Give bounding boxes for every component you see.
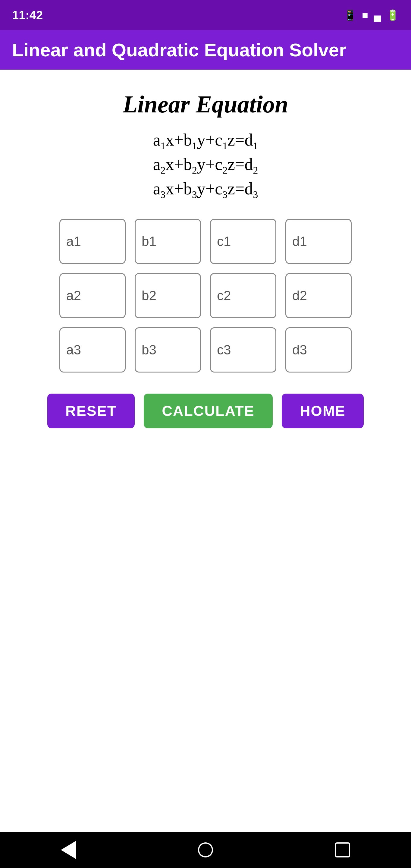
c2-input[interactable]	[210, 273, 276, 318]
nav-bar	[0, 832, 411, 868]
d2-input[interactable]	[285, 273, 352, 318]
c3-input[interactable]	[210, 327, 276, 373]
back-icon	[61, 841, 76, 859]
home-button[interactable]: HOME	[282, 394, 364, 428]
signal-icon: ▄	[374, 9, 381, 21]
d1-input[interactable]	[285, 219, 352, 264]
battery-icon: 🔋	[386, 9, 399, 21]
input-grid	[40, 219, 371, 373]
section-title: Linear Equation	[123, 91, 288, 118]
buttons-row: RESET CALCULATE HOME	[47, 394, 364, 428]
a1-input[interactable]	[59, 219, 126, 264]
back-button[interactable]	[59, 841, 77, 859]
recents-icon	[335, 842, 350, 858]
input-row-2	[40, 273, 371, 318]
sim-icon: 📱	[344, 9, 356, 21]
c1-input[interactable]	[210, 219, 276, 264]
a2-input[interactable]	[59, 273, 126, 318]
input-row-1	[40, 219, 371, 264]
status-icons: 📱 ■ ▄ 🔋	[344, 9, 399, 21]
equation-line-3: a3x+b3y+c3z=d3	[153, 179, 258, 200]
input-row-3	[40, 327, 371, 373]
home-nav-button[interactable]	[196, 841, 215, 859]
equation-line-2: a2x+b2y+c2z=d2	[153, 155, 258, 176]
main-content: Linear Equation a1x+b1y+c1z=d1 a2x+b2y+c…	[0, 70, 411, 832]
b2-input[interactable]	[135, 273, 201, 318]
recents-button[interactable]	[334, 841, 352, 859]
a3-input[interactable]	[59, 327, 126, 373]
b1-input[interactable]	[135, 219, 201, 264]
b3-input[interactable]	[135, 327, 201, 373]
equation-line-1: a1x+b1y+c1z=d1	[153, 130, 258, 152]
reset-button[interactable]: RESET	[47, 394, 135, 428]
app-title: Linear and Quadratic Equation Solver	[12, 39, 346, 61]
equations-display: a1x+b1y+c1z=d1 a2x+b2y+c2z=d2 a3x+b3y+c3…	[153, 130, 258, 201]
wifi-icon: ■	[362, 9, 368, 21]
status-bar: 11:42 📱 ■ ▄ 🔋	[0, 0, 411, 30]
home-nav-icon	[198, 842, 213, 858]
status-time: 11:42	[12, 8, 43, 22]
d3-input[interactable]	[285, 327, 352, 373]
calculate-button[interactable]: CALCULATE	[144, 394, 273, 428]
app-bar: Linear and Quadratic Equation Solver	[0, 30, 411, 70]
